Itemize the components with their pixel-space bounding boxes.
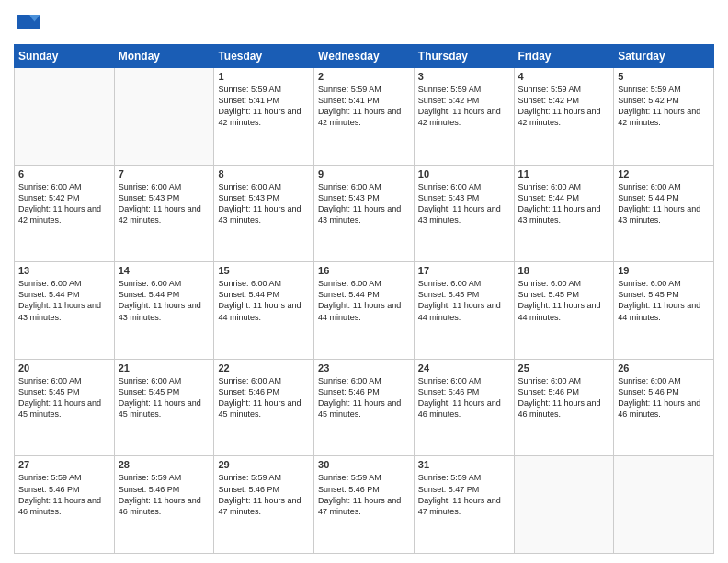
day-number: 12 (618, 168, 710, 179)
logo-icon (14, 9, 41, 37)
calendar-cell: 7Sunrise: 6:00 AM Sunset: 5:43 PM Daylig… (114, 165, 214, 262)
calendar-week-3: 13Sunrise: 6:00 AM Sunset: 5:44 PM Dayli… (15, 262, 714, 360)
calendar-cell: 19Sunrise: 6:00 AM Sunset: 5:45 PM Dayli… (614, 262, 714, 360)
calendar-cell: 24Sunrise: 6:00 AM Sunset: 5:46 PM Dayli… (414, 359, 514, 456)
cell-info: Sunrise: 5:59 AM Sunset: 5:41 PM Dayligh… (218, 84, 310, 129)
cell-info: Sunrise: 6:00 AM Sunset: 5:44 PM Dayligh… (518, 181, 610, 226)
calendar-cell: 17Sunrise: 6:00 AM Sunset: 5:45 PM Dayli… (414, 262, 514, 360)
calendar-week-5: 27Sunrise: 5:59 AM Sunset: 5:46 PM Dayli… (15, 456, 714, 554)
calendar-cell: 18Sunrise: 6:00 AM Sunset: 5:45 PM Dayli… (514, 262, 614, 360)
calendar-week-1: 1Sunrise: 5:59 AM Sunset: 5:41 PM Daylig… (15, 68, 714, 166)
cell-info: Sunrise: 6:00 AM Sunset: 5:42 PM Dayligh… (18, 181, 110, 226)
calendar-cell: 14Sunrise: 6:00 AM Sunset: 5:44 PM Dayli… (114, 262, 214, 360)
weekday-header-wednesday: Wednesday (314, 45, 415, 68)
calendar-week-4: 20Sunrise: 6:00 AM Sunset: 5:45 PM Dayli… (15, 359, 714, 456)
day-number: 9 (318, 168, 410, 179)
day-number: 6 (18, 168, 110, 179)
calendar-cell (614, 456, 714, 554)
day-number: 29 (218, 459, 310, 470)
day-number: 24 (418, 362, 510, 373)
cell-info: Sunrise: 6:00 AM Sunset: 5:46 PM Dayligh… (218, 375, 310, 420)
cell-info: Sunrise: 6:00 AM Sunset: 5:45 PM Dayligh… (18, 375, 110, 420)
weekday-header-tuesday: Tuesday (214, 45, 314, 68)
weekday-header-monday: Monday (114, 45, 214, 68)
day-number: 25 (518, 362, 610, 373)
day-number: 23 (318, 362, 410, 373)
calendar-cell: 2Sunrise: 5:59 AM Sunset: 5:41 PM Daylig… (314, 68, 415, 166)
calendar-cell: 8Sunrise: 6:00 AM Sunset: 5:43 PM Daylig… (214, 165, 314, 262)
day-number: 10 (418, 168, 510, 179)
calendar-cell (15, 68, 115, 166)
calendar-cell: 23Sunrise: 6:00 AM Sunset: 5:46 PM Dayli… (314, 359, 415, 456)
day-number: 5 (618, 71, 710, 82)
day-number: 28 (119, 459, 210, 470)
day-number: 18 (518, 265, 610, 276)
day-number: 26 (618, 362, 710, 373)
cell-info: Sunrise: 6:00 AM Sunset: 5:45 PM Dayligh… (119, 375, 210, 420)
cell-info: Sunrise: 6:00 AM Sunset: 5:45 PM Dayligh… (618, 278, 710, 323)
calendar-cell: 29Sunrise: 5:59 AM Sunset: 5:46 PM Dayli… (214, 456, 314, 554)
calendar-cell: 9Sunrise: 6:00 AM Sunset: 5:43 PM Daylig… (314, 165, 415, 262)
calendar-table: SundayMondayTuesdayWednesdayThursdayFrid… (14, 44, 714, 554)
cell-info: Sunrise: 5:59 AM Sunset: 5:46 PM Dayligh… (119, 472, 210, 517)
calendar-cell: 21Sunrise: 6:00 AM Sunset: 5:45 PM Dayli… (114, 359, 214, 456)
calendar-cell: 6Sunrise: 6:00 AM Sunset: 5:42 PM Daylig… (15, 165, 115, 262)
page: SundayMondayTuesdayWednesdayThursdayFrid… (0, 0, 728, 563)
cell-info: Sunrise: 5:59 AM Sunset: 5:47 PM Dayligh… (418, 472, 510, 517)
cell-info: Sunrise: 6:00 AM Sunset: 5:43 PM Dayligh… (418, 181, 510, 226)
day-number: 13 (18, 265, 110, 276)
weekday-header-row: SundayMondayTuesdayWednesdayThursdayFrid… (15, 45, 714, 68)
calendar-week-2: 6Sunrise: 6:00 AM Sunset: 5:42 PM Daylig… (15, 165, 714, 262)
cell-info: Sunrise: 6:00 AM Sunset: 5:44 PM Dayligh… (218, 278, 310, 323)
calendar-cell: 15Sunrise: 6:00 AM Sunset: 5:44 PM Dayli… (214, 262, 314, 360)
calendar-cell (514, 456, 614, 554)
day-number: 17 (418, 265, 510, 276)
cell-info: Sunrise: 6:00 AM Sunset: 5:43 PM Dayligh… (119, 181, 210, 226)
day-number: 15 (218, 265, 310, 276)
cell-info: Sunrise: 5:59 AM Sunset: 5:46 PM Dayligh… (18, 472, 110, 517)
cell-info: Sunrise: 6:00 AM Sunset: 5:46 PM Dayligh… (418, 375, 510, 420)
cell-info: Sunrise: 6:00 AM Sunset: 5:44 PM Dayligh… (318, 278, 410, 323)
day-number: 31 (418, 459, 510, 470)
cell-info: Sunrise: 5:59 AM Sunset: 5:42 PM Dayligh… (418, 84, 510, 129)
cell-info: Sunrise: 5:59 AM Sunset: 5:42 PM Dayligh… (618, 84, 710, 129)
weekday-header-saturday: Saturday (614, 45, 714, 68)
day-number: 14 (119, 265, 210, 276)
calendar-cell: 12Sunrise: 6:00 AM Sunset: 5:44 PM Dayli… (614, 165, 714, 262)
weekday-header-thursday: Thursday (414, 45, 514, 68)
cell-info: Sunrise: 5:59 AM Sunset: 5:42 PM Dayligh… (518, 84, 610, 129)
calendar-cell: 4Sunrise: 5:59 AM Sunset: 5:42 PM Daylig… (514, 68, 614, 166)
calendar-cell: 1Sunrise: 5:59 AM Sunset: 5:41 PM Daylig… (214, 68, 314, 166)
cell-info: Sunrise: 6:00 AM Sunset: 5:46 PM Dayligh… (518, 375, 610, 420)
weekday-header-sunday: Sunday (15, 45, 115, 68)
cell-info: Sunrise: 6:00 AM Sunset: 5:46 PM Dayligh… (318, 375, 410, 420)
weekday-header-friday: Friday (514, 45, 614, 68)
cell-info: Sunrise: 5:59 AM Sunset: 5:46 PM Dayligh… (218, 472, 310, 517)
day-number: 1 (218, 71, 310, 82)
calendar-cell: 30Sunrise: 5:59 AM Sunset: 5:46 PM Dayli… (314, 456, 415, 554)
day-number: 21 (119, 362, 210, 373)
day-number: 20 (18, 362, 110, 373)
cell-info: Sunrise: 6:00 AM Sunset: 5:44 PM Dayligh… (618, 181, 710, 226)
calendar-cell: 28Sunrise: 5:59 AM Sunset: 5:46 PM Dayli… (114, 456, 214, 554)
calendar-cell: 11Sunrise: 6:00 AM Sunset: 5:44 PM Dayli… (514, 165, 614, 262)
day-number: 16 (318, 265, 410, 276)
cell-info: Sunrise: 6:00 AM Sunset: 5:44 PM Dayligh… (119, 278, 210, 323)
day-number: 2 (318, 71, 410, 82)
day-number: 27 (18, 459, 110, 470)
cell-info: Sunrise: 6:00 AM Sunset: 5:45 PM Dayligh… (418, 278, 510, 323)
svg-rect-2 (17, 15, 30, 29)
cell-info: Sunrise: 5:59 AM Sunset: 5:46 PM Dayligh… (318, 472, 410, 517)
calendar-cell: 27Sunrise: 5:59 AM Sunset: 5:46 PM Dayli… (15, 456, 115, 554)
day-number: 30 (318, 459, 410, 470)
cell-info: Sunrise: 6:00 AM Sunset: 5:43 PM Dayligh… (218, 181, 310, 226)
calendar-cell: 25Sunrise: 6:00 AM Sunset: 5:46 PM Dayli… (514, 359, 614, 456)
day-number: 11 (518, 168, 610, 179)
day-number: 19 (618, 265, 710, 276)
calendar-cell: 13Sunrise: 6:00 AM Sunset: 5:44 PM Dayli… (15, 262, 115, 360)
cell-info: Sunrise: 6:00 AM Sunset: 5:43 PM Dayligh… (318, 181, 410, 226)
day-number: 3 (418, 71, 510, 82)
day-number: 7 (119, 168, 210, 179)
logo (14, 9, 45, 37)
day-number: 8 (218, 168, 310, 179)
